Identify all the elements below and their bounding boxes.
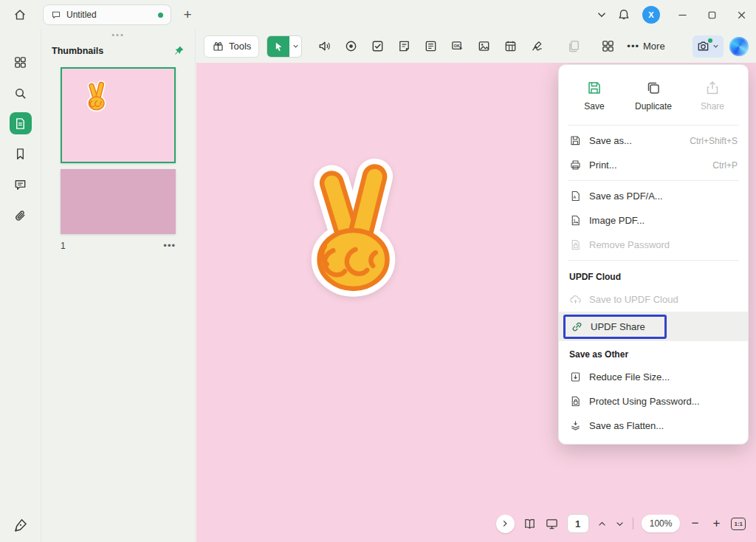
- chevron-down-icon: [595, 8, 608, 21]
- action-label: Duplicate: [635, 101, 672, 112]
- page-thumbnail-2[interactable]: [61, 169, 176, 234]
- menu-item-protect-password[interactable]: Protect Using Password...: [559, 389, 748, 414]
- unsaved-dot: [158, 13, 163, 18]
- table-tool-button[interactable]: [497, 35, 523, 58]
- sidebar: [0, 30, 41, 542]
- menu-item-save-as[interactable]: Save as... Ctrl+Shift+S: [559, 128, 748, 153]
- sidebar-item-attachments[interactable]: [9, 204, 32, 227]
- audio-tool-button[interactable]: [311, 35, 337, 58]
- pin-panel-button[interactable]: [173, 45, 185, 57]
- menu-item-shortcut: Ctrl+P: [712, 160, 738, 171]
- action-label: Save: [584, 101, 604, 112]
- peace-sticker: [279, 145, 430, 310]
- share-highlight-box: UPDF Share: [563, 315, 667, 339]
- select-tool-active[interactable]: [267, 36, 289, 57]
- signature-tool-button[interactable]: [523, 35, 550, 58]
- save-menu: Save Duplicate Share Save as... Ctrl+Shi…: [558, 64, 749, 445]
- more-button[interactable]: ••• More: [621, 35, 670, 58]
- menu-item-updf-share[interactable]: UPDF Share: [559, 312, 748, 341]
- menu-item-reduce-size[interactable]: Reduce File Size...: [559, 365, 748, 389]
- thumbnails-panel: ••• Thumbnails 1 •••: [41, 30, 196, 542]
- tools-button[interactable]: Tools: [204, 35, 259, 58]
- record-icon: [344, 39, 358, 53]
- ai-assistant-button[interactable]: [729, 37, 749, 56]
- menu-item-remove-password[interactable]: Remove Password: [559, 233, 748, 257]
- menu-item-save-flatten[interactable]: Save as Flatten...: [559, 414, 748, 438]
- duplicate-icon: [645, 80, 662, 96]
- tab-list-button[interactable]: [591, 4, 613, 26]
- image-icon: [477, 39, 491, 53]
- snapshot-dropdown[interactable]: [710, 42, 720, 50]
- sidebar-item-comments[interactable]: [9, 173, 32, 196]
- chevron-down-icon: [615, 519, 625, 529]
- expand-statusbar-button[interactable]: [496, 515, 515, 533]
- document-tab[interactable]: Untitled: [43, 4, 171, 25]
- protect-password-icon: [569, 395, 582, 408]
- pen-tool-button[interactable]: [0, 518, 41, 533]
- table-icon: [504, 39, 518, 53]
- image-pdf-icon: [569, 214, 582, 227]
- menu-item-shortcut: Ctrl+Shift+S: [690, 136, 738, 146]
- ellipsis-icon: •••: [163, 240, 176, 251]
- new-tab-button[interactable]: +: [177, 4, 198, 25]
- close-button[interactable]: [726, 0, 756, 30]
- menu-save-button[interactable]: Save: [565, 75, 624, 116]
- zoom-in-button[interactable]: +: [709, 516, 723, 531]
- panel-drag-handle[interactable]: •••: [41, 30, 195, 38]
- signature-icon: [530, 39, 544, 53]
- document-canvas[interactable]: Save Duplicate Share Save as... Ctrl+Shi…: [196, 63, 756, 542]
- ocr-tool-button[interactable]: OK: [444, 35, 470, 58]
- menu-share-button[interactable]: Share: [683, 75, 742, 116]
- text-edit-tool-button[interactable]: [417, 35, 444, 58]
- save-as-icon: [569, 134, 582, 147]
- toolbar: Tools OK ••• More: [196, 30, 756, 63]
- menu-item-label: Save to UPDF Cloud: [589, 294, 678, 305]
- menu-item-save-to-cloud[interactable]: Save to UPDF Cloud: [559, 287, 748, 312]
- chat-icon: [51, 10, 61, 20]
- snapshot-button[interactable]: [693, 35, 724, 58]
- titlebar-right: X: [591, 0, 756, 30]
- menu-item-label: Protect Using Password...: [589, 396, 700, 407]
- menu-item-label: Save as...: [589, 135, 632, 146]
- previous-page-button[interactable]: [597, 519, 607, 529]
- organize-tool-button[interactable]: [594, 35, 621, 58]
- menu-item-label: UPDF Share: [591, 321, 645, 332]
- home-button[interactable]: [9, 4, 31, 26]
- menu-item-image-pdf[interactable]: Image PDF...: [559, 208, 748, 233]
- next-page-button[interactable]: [615, 519, 625, 529]
- text-edit-icon: [424, 39, 438, 53]
- slideshow-button[interactable]: [545, 517, 559, 531]
- sidebar-item-bookmarks[interactable]: [9, 142, 32, 165]
- page-options-button[interactable]: •••: [163, 240, 176, 251]
- image-tool-button[interactable]: [470, 35, 497, 58]
- checkbox-icon: [371, 39, 385, 53]
- menu-item-print[interactable]: Print... Ctrl+P: [559, 153, 748, 177]
- pages-tool-button[interactable]: [560, 35, 587, 58]
- minimize-button[interactable]: [667, 0, 697, 30]
- sidebar-item-apps[interactable]: [9, 50, 32, 74]
- pin-icon: [173, 45, 185, 57]
- zoom-out-button[interactable]: −: [688, 516, 701, 531]
- sidebar-item-thumbnails[interactable]: [10, 112, 32, 134]
- note-tool-button[interactable]: [391, 35, 417, 58]
- maximize-button[interactable]: [697, 0, 726, 30]
- menu-item-label: Remove Password: [589, 239, 670, 250]
- sidebar-item-search[interactable]: [9, 81, 32, 105]
- record-tool-button[interactable]: [337, 35, 364, 58]
- page-thumbnail-1[interactable]: [61, 67, 176, 163]
- home-icon: [13, 8, 27, 21]
- reader-mode-button[interactable]: [523, 517, 537, 531]
- actual-size-button[interactable]: 1:1: [731, 518, 746, 530]
- menu-item-save-pdfa[interactable]: A Save as PDF/A...: [559, 184, 748, 208]
- select-tool-dropdown[interactable]: [289, 36, 301, 57]
- checkbox-tool-button[interactable]: [364, 35, 391, 58]
- avatar[interactable]: X: [642, 6, 660, 24]
- notifications-button[interactable]: [613, 4, 635, 26]
- select-tool-button[interactable]: [267, 35, 302, 58]
- menu-duplicate-button[interactable]: Duplicate: [624, 75, 683, 116]
- status-bar: 1 100% − + 1:1: [496, 514, 746, 533]
- page-number-input[interactable]: 1: [567, 514, 589, 533]
- bookmark-icon: [13, 147, 27, 161]
- zoom-level[interactable]: 100%: [642, 515, 681, 532]
- flatten-icon: [569, 419, 582, 432]
